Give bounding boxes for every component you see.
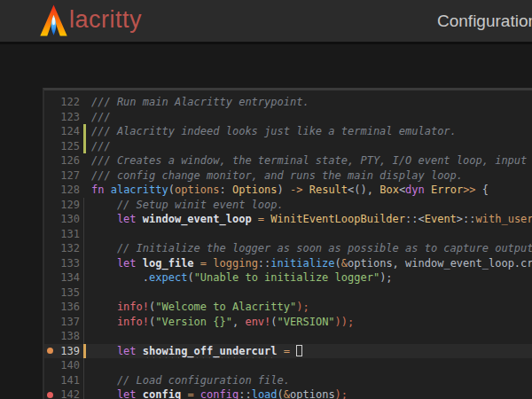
token-pun: options: [290, 388, 335, 399]
gutter-dot-column[interactable]: [44, 95, 56, 110]
line-number[interactable]: 133: [56, 256, 80, 271]
gutter-marker-column: [83, 270, 91, 286]
code-line[interactable]: 127/// config change monitor, and runs t…: [44, 168, 532, 184]
code-line[interactable]: 136 info!("Welcome to Alacritty");: [44, 300, 532, 315]
line-number[interactable]: 127: [56, 168, 80, 184]
gutter-dot-column[interactable]: [44, 387, 56, 399]
gutter-dot-column[interactable]: [44, 183, 56, 198]
alacritty-logo-icon[interactable]: [39, 4, 68, 38]
git-added-marker: [83, 124, 86, 139]
gutter-dot-column[interactable]: [44, 110, 56, 125]
gutter-dot-column[interactable]: [44, 286, 56, 301]
code-line[interactable]: 135: [44, 286, 532, 301]
code-text[interactable]: [91, 286, 532, 301]
code-line[interactable]: 140: [44, 358, 532, 373]
nav-item-configuration[interactable]: Configuration: [437, 12, 532, 31]
code-line[interactable]: 126/// Creates a window, the terminal st…: [44, 153, 532, 168]
code-text[interactable]: [91, 329, 532, 344]
line-number[interactable]: 132: [56, 241, 80, 256]
code-text[interactable]: [91, 358, 532, 373]
code-line[interactable]: 124/// Alacritty indeed looks just like …: [44, 124, 532, 139]
code-text[interactable]: .expect("Unable to initialize logger");: [91, 270, 532, 286]
gutter-dot-column[interactable]: [44, 270, 56, 286]
line-number[interactable]: 129: [56, 198, 80, 213]
code-line[interactable]: 128fn alacritty(options: Options) -> Res…: [44, 183, 532, 198]
code-line[interactable]: 125///: [44, 139, 532, 154]
code-line[interactable]: 123///: [44, 110, 532, 125]
gutter-dot-column[interactable]: [44, 227, 56, 242]
code-line[interactable]: 131: [44, 227, 532, 242]
line-number[interactable]: 142: [56, 387, 80, 399]
code-line[interactable]: 142 let config = config::load(&options);: [44, 387, 532, 399]
code-text[interactable]: /// Creates a window, the terminal state…: [91, 153, 532, 168]
code-text[interactable]: // Setup winit event loop.: [91, 198, 532, 213]
code-text[interactable]: /// Alacritty indeed looks just like a t…: [91, 124, 532, 139]
code-line[interactable]: 137 info!("Version {}", env!("VERSION"))…: [44, 315, 532, 330]
gutter-dot-column[interactable]: [44, 256, 56, 271]
code-text[interactable]: let log_file = logging::initialize(&opti…: [91, 256, 532, 271]
line-number[interactable]: 123: [56, 110, 80, 125]
token-pun: ::<: [405, 213, 425, 225]
gutter-dot-column[interactable]: [44, 139, 56, 154]
line-number[interactable]: 122: [56, 95, 80, 110]
code-line[interactable]: 134 .expect("Unable to initialize logger…: [44, 270, 532, 286]
line-number[interactable]: 139: [56, 344, 80, 359]
token-pun: ,: [232, 316, 245, 328]
gutter-dot-column[interactable]: [44, 373, 56, 388]
line-number[interactable]: 124: [56, 124, 80, 139]
code-line-current[interactable]: 139 let showing_off_undercurl =: [44, 344, 532, 359]
code-text[interactable]: /// config change monitor, and runs the …: [91, 168, 532, 184]
line-number[interactable]: 126: [56, 153, 80, 168]
token-var: window_event_loop: [143, 213, 252, 225]
code-text[interactable]: info!("Version {}", env!("VERSION"));: [91, 315, 532, 330]
line-number[interactable]: 141: [56, 373, 80, 388]
line-number[interactable]: 136: [56, 300, 80, 315]
breakpoint-dot-icon[interactable]: [47, 392, 53, 398]
code-line[interactable]: 129 // Setup winit event loop.: [44, 198, 532, 213]
code-text[interactable]: [91, 227, 532, 242]
gutter-dot-column[interactable]: [44, 300, 56, 315]
site-title[interactable]: lacritty: [69, 6, 142, 34]
code-text[interactable]: let config = config::load(&options);: [91, 387, 532, 399]
line-number[interactable]: 137: [56, 315, 80, 330]
line-number[interactable]: 138: [56, 329, 80, 344]
gutter-dot-column[interactable]: [44, 329, 56, 344]
gutter-dot-column[interactable]: [44, 241, 56, 256]
line-number[interactable]: 140: [56, 358, 80, 373]
gutter-dot-column[interactable]: [44, 124, 56, 139]
indent-guide: [83, 270, 84, 286]
token-macro: info!: [91, 316, 149, 328]
code-text[interactable]: ///: [91, 139, 532, 154]
code-text[interactable]: /// Run main Alacritty entrypoint.: [91, 95, 532, 110]
line-number[interactable]: 125: [56, 139, 80, 154]
code-text[interactable]: ///: [91, 110, 532, 125]
code-text[interactable]: fn alacritty(options: Options) -> Result…: [91, 183, 532, 198]
code-line[interactable]: 133 let log_file = logging::initialize(&…: [44, 256, 532, 271]
code-text[interactable]: info!("Welcome to Alacritty");: [91, 300, 532, 315]
token-var: log_file: [143, 257, 194, 270]
line-number[interactable]: 130: [56, 212, 80, 227]
gutter-dot-column[interactable]: [44, 344, 56, 359]
code-line[interactable]: 130 let window_event_loop = WinitEventLo…: [44, 212, 532, 227]
code-text[interactable]: let window_event_loop = WinitEventLoopBu…: [91, 212, 532, 227]
code-text[interactable]: // Load configuration file.: [91, 373, 532, 388]
code-text[interactable]: // Initialize the logger as soon as poss…: [91, 241, 532, 256]
gutter-dot-column[interactable]: [44, 358, 56, 373]
line-number[interactable]: 128: [56, 183, 80, 198]
diagnostic-dot-icon[interactable]: [47, 348, 53, 354]
gutter-dot-column[interactable]: [44, 168, 56, 184]
token-pun: :: [220, 184, 232, 196]
gutter-dot-column[interactable]: [44, 315, 56, 330]
code-text[interactable]: let showing_off_undercurl =: [91, 344, 532, 359]
gutter-dot-column[interactable]: [44, 212, 56, 227]
line-number[interactable]: 131: [56, 227, 80, 242]
code-line[interactable]: 132 // Initialize the logger as soon as …: [44, 241, 532, 256]
line-number[interactable]: 134: [56, 270, 80, 286]
gutter-dot-column[interactable]: [44, 153, 56, 168]
gutter-dot-column[interactable]: [44, 198, 56, 213]
line-number[interactable]: 135: [56, 286, 80, 301]
token-str: "VERSION": [278, 316, 335, 328]
code-line[interactable]: 138: [44, 329, 532, 344]
code-line[interactable]: 141 // Load configuration file.: [44, 373, 532, 388]
code-line[interactable]: 122/// Run main Alacritty entrypoint.: [44, 95, 532, 110]
